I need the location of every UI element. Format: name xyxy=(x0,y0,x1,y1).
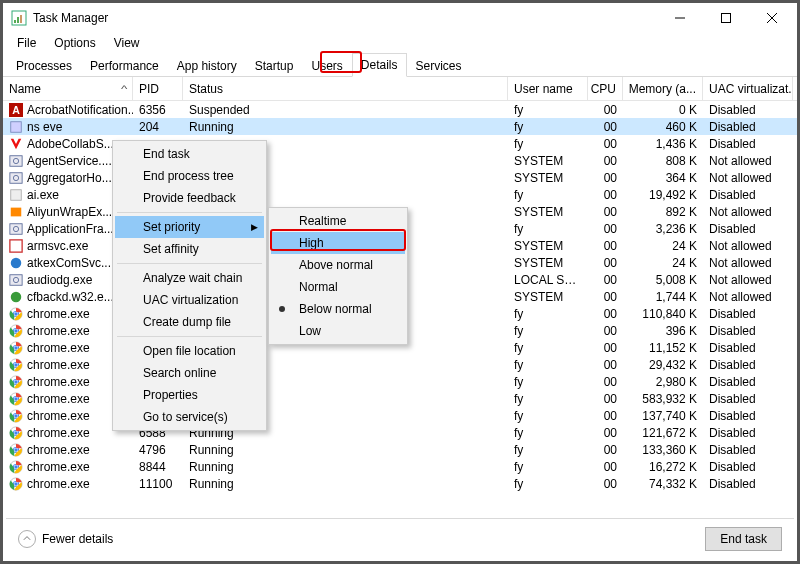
cell-pid: 8844 xyxy=(133,460,183,474)
cell-uac: Disabled xyxy=(703,358,793,372)
cell-mem: 19,492 K xyxy=(623,188,703,202)
footer: Fewer details End task xyxy=(6,518,794,558)
tab-users[interactable]: Users xyxy=(302,54,351,77)
tab-app-history[interactable]: App history xyxy=(168,54,246,77)
end-task-button[interactable]: End task xyxy=(705,527,782,551)
table-row[interactable]: AAcrobatNotification...6356Suspendedfy00… xyxy=(3,101,797,118)
tab-performance[interactable]: Performance xyxy=(81,54,168,77)
fewer-details-button[interactable]: Fewer details xyxy=(18,530,113,548)
col-pid[interactable]: PID xyxy=(133,77,183,100)
menu-item[interactable]: Create dump file xyxy=(115,311,264,333)
col-mem[interactable]: Memory (a... xyxy=(623,77,703,100)
cell-uac: Not allowed xyxy=(703,256,793,270)
tab-processes[interactable]: Processes xyxy=(7,54,81,77)
cell-uac: Disabled xyxy=(703,103,793,117)
cell-cpu: 00 xyxy=(588,188,623,202)
menu-item[interactable]: Properties xyxy=(115,384,264,406)
menu-item[interactable]: Below normal xyxy=(271,298,405,320)
tab-details[interactable]: Details xyxy=(352,53,407,77)
menu-item[interactable]: Go to service(s) xyxy=(115,406,264,428)
col-uac[interactable]: UAC virtualizat... xyxy=(703,77,793,100)
menu-file[interactable]: File xyxy=(9,34,44,52)
cell-user: fy xyxy=(508,392,588,406)
menu-item[interactable]: Normal xyxy=(271,276,405,298)
radio-dot-icon xyxy=(279,306,285,312)
col-status[interactable]: Status xyxy=(183,77,508,100)
menu-item[interactable]: Set priority▶ xyxy=(115,216,264,238)
col-user[interactable]: User name xyxy=(508,77,588,100)
menu-item[interactable]: Open file location xyxy=(115,340,264,362)
svg-point-63 xyxy=(14,465,18,469)
menu-item[interactable]: Set affinity xyxy=(115,238,264,260)
cell-mem: 137,740 K xyxy=(623,409,703,423)
menu-item[interactable]: UAC virtualization xyxy=(115,289,264,311)
menu-item[interactable]: Search online xyxy=(115,362,264,384)
cell-user: fy xyxy=(508,103,588,117)
close-button[interactable] xyxy=(749,3,795,33)
cell-mem: 1,436 K xyxy=(623,137,703,151)
cell-name: chrome.exe xyxy=(27,426,90,440)
menu-item[interactable]: End process tree xyxy=(115,165,264,187)
cell-uac: Not allowed xyxy=(703,154,793,168)
menu-item[interactable]: Realtime xyxy=(271,210,405,232)
priority-submenu: RealtimeHighAbove normalNormalBelow norm… xyxy=(268,207,408,345)
menu-item[interactable]: High xyxy=(271,232,405,254)
col-cpu[interactable]: CPU xyxy=(588,77,623,100)
menu-item[interactable]: Low xyxy=(271,320,405,342)
cell-pid: 204 xyxy=(133,120,183,134)
menu-item[interactable]: Above normal xyxy=(271,254,405,276)
cell-uac: Not allowed xyxy=(703,239,793,253)
table-row[interactable]: chrome.exe4796Runningfy00133,360 KDisabl… xyxy=(3,441,797,458)
process-icon xyxy=(9,137,23,151)
table-row[interactable]: chrome.exe8844Runningfy0016,272 KDisable… xyxy=(3,458,797,475)
process-icon xyxy=(9,188,23,202)
cell-user: fy xyxy=(508,426,588,440)
cell-uac: Disabled xyxy=(703,443,793,457)
svg-rect-2 xyxy=(17,17,19,23)
cell-uac: Disabled xyxy=(703,307,793,321)
cell-user: fy xyxy=(508,443,588,457)
process-icon xyxy=(9,154,23,168)
cell-name: AliyunWrapEx... xyxy=(27,205,112,219)
app-icon xyxy=(11,10,27,26)
cell-name: atkexComSvc.... xyxy=(27,256,114,270)
tab-services[interactable]: Services xyxy=(407,54,471,77)
svg-rect-16 xyxy=(11,207,22,216)
chevron-up-icon xyxy=(18,530,36,548)
cell-mem: 364 K xyxy=(623,171,703,185)
cell-cpu: 00 xyxy=(588,154,623,168)
process-icon xyxy=(9,409,23,423)
menu-item[interactable]: Provide feedback xyxy=(115,187,264,209)
cell-mem: 3,236 K xyxy=(623,222,703,236)
tab-startup[interactable]: Startup xyxy=(246,54,303,77)
cell-uac: Disabled xyxy=(703,460,793,474)
cell-uac: Disabled xyxy=(703,120,793,134)
minimize-button[interactable] xyxy=(657,3,703,33)
cell-name: chrome.exe xyxy=(27,477,90,491)
cell-user: fy xyxy=(508,341,588,355)
cell-name: chrome.exe xyxy=(27,341,90,355)
svg-rect-13 xyxy=(10,172,22,183)
menu-options[interactable]: Options xyxy=(46,34,103,52)
cell-user: fy xyxy=(508,375,588,389)
svg-rect-1 xyxy=(14,20,16,23)
maximize-button[interactable] xyxy=(703,3,749,33)
cell-uac: Disabled xyxy=(703,477,793,491)
process-icon xyxy=(9,426,23,440)
cell-name: AggregatorHo... xyxy=(27,171,112,185)
cell-user: fy xyxy=(508,222,588,236)
cell-user: SYSTEM xyxy=(508,154,588,168)
menu-view[interactable]: View xyxy=(106,34,148,52)
cell-mem: 24 K xyxy=(623,256,703,270)
menu-item[interactable]: End task xyxy=(115,143,264,165)
menu-separator xyxy=(117,336,262,337)
cell-mem: 24 K xyxy=(623,239,703,253)
menu-item[interactable]: Analyze wait chain xyxy=(115,267,264,289)
process-icon: A xyxy=(9,103,23,117)
cell-uac: Disabled xyxy=(703,426,793,440)
col-name[interactable]: Name^ xyxy=(3,77,133,100)
table-row[interactable]: chrome.exe11100Runningfy0074,332 KDisabl… xyxy=(3,475,797,492)
table-row[interactable]: ns eve204Runningfy00460 KDisabled xyxy=(3,118,797,135)
tab-strip: Processes Performance App history Startu… xyxy=(3,53,797,77)
cell-cpu: 00 xyxy=(588,460,623,474)
